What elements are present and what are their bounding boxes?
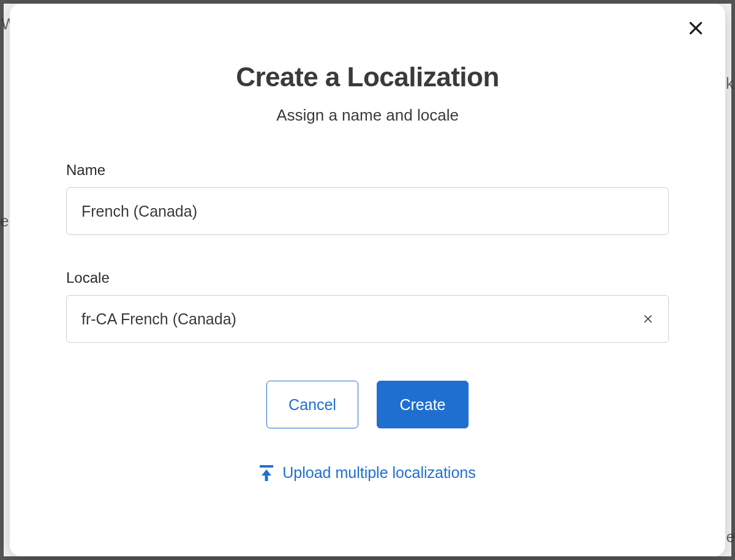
- create-localization-modal: Create a Localization Assign a name and …: [10, 4, 725, 556]
- clear-icon: [643, 313, 654, 324]
- upload-icon: [259, 465, 274, 481]
- modal-title: Create a Localization: [66, 62, 669, 92]
- close-icon: [688, 20, 704, 36]
- close-button[interactable]: [685, 17, 707, 39]
- locale-label: Locale: [66, 269, 669, 286]
- modal-subtitle: Assign a name and locale: [66, 106, 669, 125]
- upload-multiple-link[interactable]: Upload multiple localizations: [66, 464, 669, 482]
- create-button[interactable]: Create: [377, 381, 469, 428]
- svg-rect-4: [260, 465, 273, 468]
- button-row: Cancel Create: [66, 381, 669, 428]
- locale-clear-button[interactable]: [641, 312, 655, 326]
- locale-field-group: Locale fr-CA French (Canada): [66, 269, 669, 343]
- cancel-button[interactable]: Cancel: [266, 381, 358, 428]
- name-input[interactable]: [66, 187, 669, 235]
- locale-select[interactable]: fr-CA French (Canada): [66, 295, 669, 343]
- name-field-group: Name: [66, 162, 669, 235]
- locale-selected-value: fr-CA French (Canada): [81, 310, 236, 328]
- upload-link-text: Upload multiple localizations: [282, 464, 475, 482]
- modal-header: Create a Localization Assign a name and …: [66, 62, 669, 125]
- name-label: Name: [66, 162, 669, 179]
